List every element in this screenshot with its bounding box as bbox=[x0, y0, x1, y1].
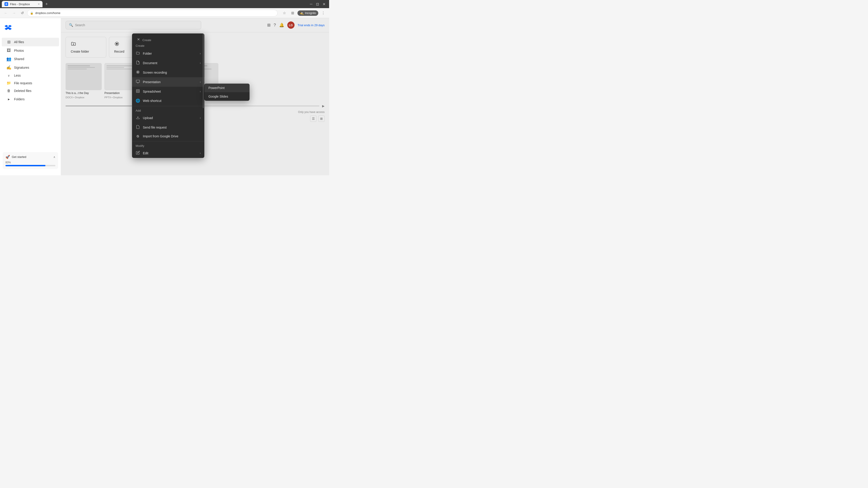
nav-bar: ← → ↺ 🔒 dropbox.com/home ☆ ⊞ 🕵 Incognito… bbox=[0, 8, 329, 18]
folder-chevron: › bbox=[200, 52, 201, 55]
new-tab-button[interactable]: + bbox=[43, 1, 50, 7]
dropdown-item-left: Upload bbox=[135, 116, 153, 121]
google-slides-label: Google Slides bbox=[209, 95, 228, 98]
send-request-label: Send file request bbox=[143, 126, 166, 129]
spreadsheet-label: Spreadsheet bbox=[143, 90, 161, 93]
dropdown-item-import-google[interactable]: G Import from Google Drive bbox=[132, 132, 204, 140]
create-section-label: Create bbox=[135, 44, 145, 47]
all-files-icon: ⊞ bbox=[6, 39, 11, 44]
browser-tab-bar: Files - Dropbox ✕ + ─ ⊡ ✕ bbox=[0, 0, 329, 8]
extensions-icon[interactable]: ⊞ bbox=[289, 10, 296, 16]
upload-label: Upload bbox=[143, 116, 153, 120]
browser-more-button[interactable]: ⋮ bbox=[320, 10, 327, 16]
active-tab[interactable]: Files - Dropbox ✕ bbox=[2, 1, 42, 7]
progress-bar bbox=[5, 165, 55, 166]
send-request-icon bbox=[135, 125, 140, 130]
document-chevron: › bbox=[200, 61, 201, 65]
screen-recording-label: Screen recording bbox=[143, 71, 167, 74]
back-button[interactable]: ← bbox=[3, 10, 9, 16]
dropdown-item-left: 🌐 Web shortcut bbox=[135, 98, 161, 103]
google-icon: G bbox=[135, 134, 140, 138]
tab-favicon bbox=[4, 2, 8, 6]
sidebar-item-folders[interactable]: ▶ Folders bbox=[2, 96, 59, 103]
create-dropdown-menu: ✕ Create Create Folder › bbox=[132, 33, 204, 158]
submenu-item-google-slides[interactable]: Google Slides bbox=[204, 92, 250, 101]
chevron-down-icon: ∨ bbox=[6, 74, 11, 77]
incognito-button[interactable]: 🕵 Incognito bbox=[298, 10, 318, 16]
edit-chevron: › bbox=[200, 152, 201, 155]
edit-icon bbox=[135, 151, 140, 156]
sidebar-item-shared[interactable]: 👥 Shared bbox=[2, 55, 59, 63]
dropdown-scroll-thumb bbox=[203, 34, 204, 108]
maximize-button[interactable]: ⊡ bbox=[316, 2, 319, 6]
svg-point-3 bbox=[137, 71, 138, 73]
photos-icon: 🖼 bbox=[6, 48, 11, 53]
presentation-submenu: PowerPoint Google Slides bbox=[204, 84, 250, 101]
spreadsheet-icon bbox=[135, 89, 140, 94]
dropdown-header: ✕ Create bbox=[132, 33, 204, 44]
dropdown-item-folder[interactable]: Folder › bbox=[132, 49, 204, 58]
close-button[interactable]: ✕ bbox=[322, 2, 326, 6]
dropdown-item-upload[interactable]: Upload › bbox=[132, 113, 204, 123]
submenu-item-powerpoint[interactable]: PowerPoint bbox=[204, 84, 250, 92]
web-shortcut-icon: 🌐 bbox=[135, 98, 140, 103]
app-container: ⊞ All files 🖼 Photos 👥 Shared ✍ Signatur… bbox=[0, 18, 329, 175]
dropdown-item-document[interactable]: Document › bbox=[132, 58, 204, 68]
tab-close-icon[interactable]: ✕ bbox=[38, 3, 40, 6]
dropdown-item-edit[interactable]: Edit › bbox=[132, 149, 204, 158]
tab-title: Files - Dropbox bbox=[10, 2, 30, 6]
spreadsheet-chevron: › bbox=[200, 90, 201, 93]
signatures-icon: ✍ bbox=[6, 65, 11, 70]
dropdown-item-send-file-request[interactable]: Send file request bbox=[132, 123, 204, 132]
sidebar: ⊞ All files 🖼 Photos 👥 Shared ✍ Signatur… bbox=[0, 18, 61, 175]
dropdown-divider-2 bbox=[132, 141, 204, 141]
dropdown-item-left: Edit bbox=[135, 151, 148, 156]
deleted-files-icon: 🗑 bbox=[6, 89, 11, 93]
minimize-button[interactable]: ─ bbox=[310, 2, 312, 6]
sidebar-item-label: All files bbox=[14, 40, 24, 44]
main-content: 🔍 Search ⊞ ? 🔔 LD Trial ends in 29 days bbox=[61, 18, 329, 175]
screen-recording-icon bbox=[135, 70, 140, 75]
get-started-label: Get started bbox=[12, 155, 26, 159]
presentation-chevron: › bbox=[200, 80, 201, 84]
sidebar-item-signatures[interactable]: ✍ Signatures bbox=[2, 63, 59, 72]
sidebar-item-label: Signatures bbox=[14, 66, 29, 69]
dropdown-scrollbar[interactable] bbox=[203, 33, 204, 158]
get-started-header: 🚀 Get started ∧ bbox=[5, 155, 55, 159]
file-requests-icon: 📁 bbox=[6, 81, 11, 85]
forward-button[interactable]: → bbox=[11, 10, 17, 16]
sidebar-item-label: File requests bbox=[14, 81, 32, 85]
sidebar-item-label: Photos bbox=[14, 49, 24, 53]
dropdown-item-left: Spreadsheet bbox=[135, 89, 161, 94]
chevron-right-icon: ▶ bbox=[6, 98, 11, 101]
get-started-title: 🚀 Get started bbox=[5, 155, 26, 159]
dropdown-item-left: G Import from Google Drive bbox=[135, 134, 178, 138]
dropdown-close-icon[interactable]: ✕ bbox=[135, 37, 141, 42]
sidebar-item-photos[interactable]: 🖼 Photos bbox=[2, 46, 59, 55]
incognito-label: Incognito bbox=[305, 11, 316, 15]
sidebar-nav: ⊞ All files 🖼 Photos 👥 Shared ✍ Signatur… bbox=[0, 38, 61, 95]
address-bar[interactable]: 🔒 dropbox.com/home bbox=[27, 10, 278, 17]
incognito-avatar: 🕵 bbox=[300, 11, 304, 15]
collapse-icon[interactable]: ∧ bbox=[53, 156, 55, 159]
nav-actions: ☆ ⊞ 🕵 Incognito ⋮ bbox=[281, 10, 327, 16]
modify-section-label: Modify bbox=[132, 142, 204, 149]
create-section-title: Create bbox=[143, 38, 151, 42]
sidebar-item-less[interactable]: ∨ Less bbox=[2, 72, 59, 79]
dropdown-item-left: Document bbox=[135, 61, 157, 66]
progress-label: 80% bbox=[5, 161, 55, 164]
dropdown-item-web-shortcut[interactable]: 🌐 Web shortcut bbox=[132, 96, 204, 105]
dropdown-item-spreadsheet[interactable]: Spreadsheet › bbox=[132, 87, 204, 96]
sidebar-item-deleted-files[interactable]: 🗑 Deleted files bbox=[2, 87, 59, 95]
get-started-box: 🚀 Get started ∧ 80% bbox=[3, 152, 58, 169]
sidebar-logo[interactable] bbox=[0, 22, 61, 36]
dropdown-item-screen-recording[interactable]: Screen recording bbox=[132, 68, 204, 77]
reload-button[interactable]: ↺ bbox=[19, 10, 25, 16]
bookmark-icon[interactable]: ☆ bbox=[281, 10, 287, 16]
sidebar-item-label: Less bbox=[14, 74, 21, 77]
sidebar-item-all-files[interactable]: ⊞ All files bbox=[2, 38, 59, 46]
dropdown-item-left: Send file request bbox=[135, 125, 166, 130]
dropdown-item-presentation[interactable]: Presentation › bbox=[132, 77, 204, 87]
sidebar-item-file-requests[interactable]: 📁 File requests bbox=[2, 79, 59, 87]
sidebar-item-label: Deleted files bbox=[14, 89, 31, 93]
